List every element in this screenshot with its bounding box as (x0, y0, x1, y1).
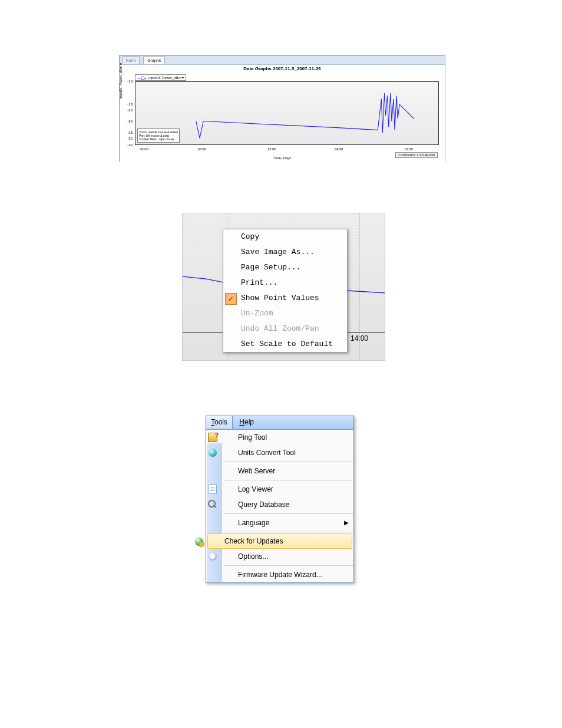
menu-separator (224, 565, 353, 566)
x-tick: 00:00 (140, 147, 148, 151)
x-tick: 10:00 (197, 147, 206, 151)
menu-separator (224, 480, 353, 480)
menu-tools-label: ools (214, 418, 227, 426)
tools-firmware-label: Firmware Update Wizard... (238, 571, 322, 579)
ctx-page-setup[interactable]: Page Setup... (223, 260, 347, 275)
x-tick: 12:00 (267, 147, 276, 151)
tools-dropdown: Ping Tool Units Convert Tool Web Server … (206, 430, 354, 583)
tools-options-label: Options... (238, 552, 268, 561)
chart-help-box: Zoom: middle mouse & wheel Pan: left mou… (137, 129, 180, 143)
tools-ping-label: Ping Tool (238, 433, 267, 442)
tools-check-updates[interactable]: Check for Updates (207, 533, 352, 549)
y-tick: -18 (120, 103, 134, 106)
chart-line (135, 82, 438, 144)
tools-ping[interactable]: Ping Tool (206, 430, 353, 445)
y-axis-title: InputRF Power_dBm ▾ (118, 63, 123, 98)
tools-query-database[interactable]: Query Database (206, 497, 353, 512)
tab-strip: Form Graphs (120, 56, 445, 65)
chart-body[interactable]: Data Graphs 2007-11-5_2007-11-26 InputRF… (120, 65, 445, 162)
tools-firmware-wizard[interactable]: Firmware Update Wizard... (206, 567, 353, 582)
tab-graphs[interactable]: Graphs (143, 56, 165, 64)
y-tick: -32 (120, 143, 134, 147)
tools-log-label: Log Viewer (238, 485, 273, 493)
ctx-undo-all-zoom-pan: Undo All Zoom/Pan (223, 321, 347, 337)
menu-tools[interactable]: Tools (206, 416, 233, 429)
tools-query-label: Query Database (238, 500, 289, 509)
legend-line-icon (137, 78, 147, 78)
ctx-unzoom: Un-Zoom (223, 306, 347, 321)
tools-units-convert[interactable]: Units Convert Tool (206, 445, 353, 460)
tools-options[interactable]: Options... (206, 549, 353, 564)
chart-context-menu: Copy Save Image As... Page Setup... Prin… (223, 229, 348, 353)
units-icon (207, 447, 218, 458)
tools-units-label: Units Convert Tool (238, 449, 296, 457)
check-icon: ✓ (225, 293, 237, 305)
chart-window: Form Graphs Data Graphs 2007-11-5_2007-1… (119, 55, 445, 162)
menu-separator (224, 532, 353, 532)
menu-separator (224, 462, 353, 462)
tab-form[interactable]: Form (122, 56, 140, 64)
y-tick: -20 (120, 108, 134, 112)
submenu-arrow-icon: ▶ (344, 515, 349, 531)
x-tick: 16:00 (404, 147, 413, 151)
tools-language-label: Language (238, 519, 269, 527)
tools-language[interactable]: Language ▶ (206, 515, 353, 531)
y-tick: -30 (120, 137, 134, 140)
menu-help[interactable]: Help (234, 416, 259, 428)
y-tick: -24 (120, 120, 134, 123)
tools-log-viewer[interactable]: Log Viewer (206, 482, 353, 497)
chart-timestamp: 11/26/2007 3:35:49 PM (395, 152, 438, 158)
log-icon (207, 484, 218, 495)
ctx-copy[interactable]: Copy (223, 229, 347, 245)
ctx-show-point-values-label: Show Point Values (241, 294, 319, 302)
ctx-save-image[interactable]: Save Image As... (223, 245, 347, 260)
x-tick: 14:00 (334, 147, 343, 151)
x-axis-labels: 00:00 10:00 12:00 14:00 16:00 (135, 147, 439, 153)
help-line: Context Menu: right mouse (139, 137, 178, 141)
ctx-set-scale-default[interactable]: Set Scale to Default (223, 337, 347, 352)
x-tick-label: 14:00 (351, 334, 368, 342)
query-icon (207, 499, 218, 510)
gear-icon (207, 551, 218, 562)
tools-menu-figure: Tools Help Ping Tool Units Convert Tool … (206, 416, 354, 583)
globe-icon (194, 536, 204, 547)
tools-web-label: Web Server (238, 467, 275, 475)
plot-area[interactable] (135, 81, 439, 145)
chart-legend[interactable]: InputRF Power_dBm ▾ (135, 74, 186, 81)
ctx-show-point-values[interactable]: ✓ Show Point Values (223, 291, 347, 306)
tools-web-server[interactable]: Web Server (206, 463, 353, 479)
chart-title: Data Graphs 2007-11-5_2007-11-26 (120, 65, 445, 71)
menu-help-label: elp (244, 418, 254, 426)
ping-icon (207, 432, 218, 443)
tools-updates-label: Check for Updates (224, 537, 283, 545)
legend-label: InputRF Power_dBm ▾ (148, 76, 184, 80)
chart-context-menu-figure: 14:00 Copy Save Image As... Page Setup..… (182, 213, 385, 361)
ctx-print[interactable]: Print... (223, 275, 347, 291)
y-tick: -28 (120, 131, 134, 134)
menu-separator (224, 513, 353, 514)
menubar: Tools Help (206, 416, 354, 430)
